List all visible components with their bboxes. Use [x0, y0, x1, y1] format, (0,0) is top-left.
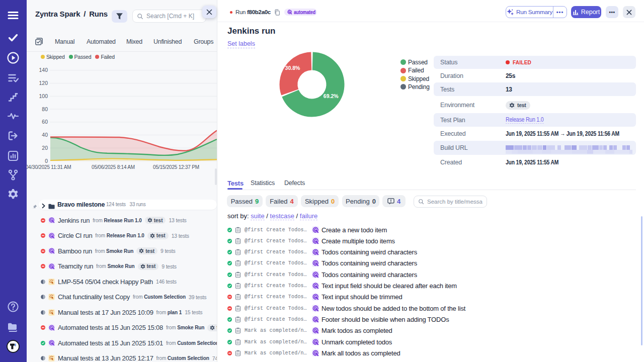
svg-text:05/06/2025 8:14 AM: 05/06/2025 8:14 AM	[92, 164, 135, 170]
svg-text:05/15/2025 12:37 PM: 05/15/2025 12:37 PM	[153, 164, 199, 170]
svg-text:20: 20	[42, 145, 48, 151]
svg-text:100: 100	[39, 93, 48, 99]
svg-text:0: 0	[45, 158, 48, 164]
svg-text:69.2%: 69.2%	[324, 93, 339, 99]
svg-text:120: 120	[39, 80, 48, 86]
svg-text:60: 60	[42, 119, 48, 125]
svg-text:80: 80	[42, 106, 48, 112]
svg-text:40: 40	[42, 132, 48, 138]
svg-text:140: 140	[39, 67, 48, 73]
svg-text:04/30/2025 11:31 AM: 04/30/2025 11:31 AM	[27, 164, 71, 170]
svg-text:30.8%: 30.8%	[285, 65, 300, 71]
